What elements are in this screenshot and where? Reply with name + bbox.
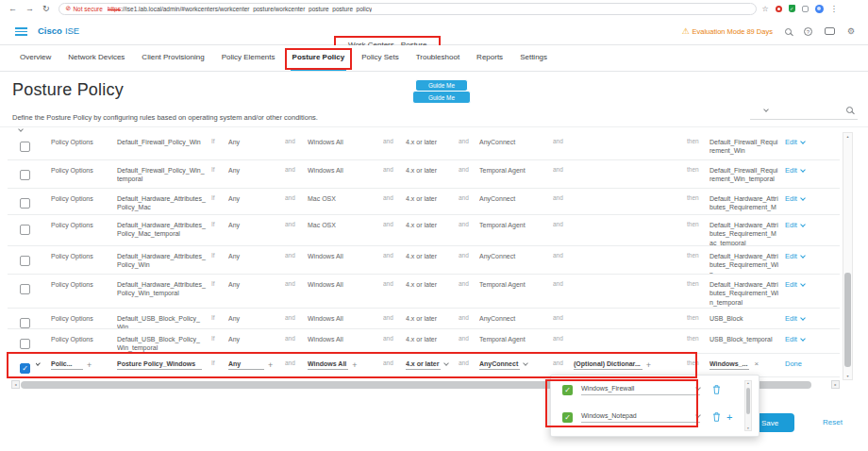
row-rule-name[interactable]: Default_Hardware_Attributes_Policy_Win (117, 246, 211, 274)
row-posture-type[interactable]: AnyConnect (479, 189, 553, 214)
menu-hamburger-icon[interactable] (15, 27, 27, 36)
row-requirement[interactable]: Default_Hardware_Attributes_Requirement_… (709, 189, 785, 214)
row-posture-type[interactable]: Temporal Agent (479, 215, 553, 245)
row-status[interactable]: Policy Options (51, 215, 117, 245)
edit-chevron-icon[interactable] (800, 281, 806, 287)
row-identity-group[interactable]: Any (228, 309, 285, 328)
row-identity-group[interactable]: Any (228, 132, 285, 159)
done-button[interactable]: Done (785, 359, 802, 368)
row-operating-system[interactable]: Mac OSX (308, 215, 383, 245)
posture-chevron-icon[interactable] (523, 360, 528, 366)
collapse-all-chevron-icon[interactable] (18, 126, 24, 132)
row-checkbox[interactable] (20, 256, 30, 266)
tab-posture-policy[interactable]: Posture Policy (284, 45, 354, 71)
row-operating-system[interactable]: Windows All (308, 275, 383, 308)
extension-shield-icon[interactable]: ✓ (789, 5, 795, 12)
row-posture-type[interactable]: AnyConnect (479, 309, 553, 328)
row-checkbox[interactable] (20, 170, 30, 180)
row-identity-group[interactable]: Any (228, 246, 285, 274)
edit-button[interactable]: Edit (785, 194, 797, 203)
row-operating-system[interactable]: Mac OSX (308, 189, 383, 214)
add-status-icon[interactable]: + (87, 360, 92, 370)
brand-logo[interactable]: CiscoISE (38, 25, 79, 36)
scroll-up-icon[interactable]: ▴ (745, 381, 751, 385)
row-rule-name[interactable]: Default_Hardware_Attributes_Policy_Mac_t… (117, 215, 211, 245)
table-vertical-scrollbar[interactable]: ▴ ▾ (843, 132, 853, 380)
row-identity-group[interactable]: Any (228, 329, 285, 353)
row-posture-type[interactable]: Temporal Agent (479, 160, 553, 188)
row-status[interactable]: Policy Options (51, 329, 117, 353)
row-operating-system[interactable]: Windows All (308, 160, 383, 188)
popup-scrollbar[interactable]: ▴ ▾ (744, 380, 752, 431)
popup-scroll-thumb[interactable] (746, 388, 750, 414)
trash-icon[interactable] (712, 385, 721, 394)
requirement-checkbox[interactable]: ✓ (562, 412, 573, 423)
row-checkbox[interactable] (20, 284, 30, 294)
edit-chevron-icon[interactable] (800, 253, 806, 259)
row-requirement[interactable]: USB_Block (709, 309, 785, 328)
browser-menu-icon[interactable]: ⋮ (830, 5, 838, 13)
row-compliance-module[interactable]: 4.x or later (406, 160, 459, 188)
tab-overview[interactable]: Overview (11, 45, 59, 71)
row-rule-name[interactable]: Default_USB_Block_Policy_Win (117, 309, 211, 328)
close-icon[interactable]: × (754, 359, 759, 368)
row-requirement[interactable]: Default_Firewall_Requirement_Win_tempora… (709, 160, 785, 188)
edit-compliance-field[interactable]: 4.x or later (406, 359, 441, 370)
scroll-down-icon[interactable]: ▾ (745, 426, 751, 430)
row-compliance-module[interactable]: 4.x or later (406, 189, 459, 214)
edit-button[interactable]: Edit (785, 252, 797, 260)
edit-button[interactable]: Edit (785, 221, 797, 229)
row-compliance-module[interactable]: 4.x or later (406, 215, 459, 245)
row-status[interactable]: Policy Options (51, 160, 117, 188)
search-icon[interactable] (785, 28, 792, 35)
edit-button[interactable]: Edit (785, 280, 797, 289)
edit-chevron-icon[interactable] (800, 195, 806, 201)
edit-chevron-icon[interactable] (800, 139, 806, 144)
row-checkbox[interactable] (20, 198, 30, 209)
extension-red-icon[interactable] (776, 6, 782, 12)
reset-button[interactable]: Reset (823, 418, 843, 426)
filter-chevron-down-icon[interactable] (763, 107, 769, 112)
row-operating-system[interactable]: Windows All (308, 329, 383, 353)
table-search-icon[interactable] (846, 107, 853, 113)
row-rule-name[interactable]: Default_Hardware_Attributes_Policy_Win_t… (117, 275, 211, 308)
row-rule-name[interactable]: Default_Firewall_Policy_Win_temporal (117, 160, 211, 188)
row-posture-type[interactable]: AnyConnect (479, 132, 553, 159)
edit-posture-type-field[interactable]: AnyConnect (479, 359, 520, 370)
row-identity-group[interactable]: Any (228, 189, 285, 214)
compliance-chevron-icon[interactable] (444, 360, 450, 366)
edit-chevron-icon[interactable] (800, 167, 806, 173)
scroll-right-icon[interactable]: ▸ (831, 380, 840, 389)
row-status[interactable]: Policy Options (51, 246, 117, 274)
row-status[interactable]: Policy Options (51, 275, 117, 308)
row-operating-system[interactable]: Windows All (308, 246, 383, 274)
edit-chevron-icon[interactable] (800, 315, 806, 321)
evaluation-mode-badge[interactable]: ⚠ Evaluation Mode 89 Days (681, 26, 773, 36)
scroll-up-icon[interactable]: ▴ (843, 134, 852, 139)
scroll-left-icon[interactable]: ◂ (11, 380, 20, 389)
row-rule-name[interactable]: Default_Hardware_Attributes_Policy_Mac (117, 189, 211, 214)
requirement-select[interactable]: Windows_Firewall (581, 385, 700, 395)
extensions-icon[interactable] (802, 6, 809, 12)
row-checkbox-checked[interactable]: ✓ (20, 363, 30, 374)
select-chevron-icon[interactable] (695, 412, 701, 418)
edit-rule-name-field[interactable]: Posture Policy_Windows (117, 359, 202, 370)
row-status[interactable]: Policy Options (51, 309, 117, 328)
profile-avatar[interactable] (815, 5, 824, 13)
back-icon[interactable]: ← (8, 0, 17, 17)
row-posture-type[interactable]: AnyConnect (479, 246, 553, 274)
row-compliance-module[interactable]: 4.x or later (406, 309, 459, 328)
bookmark-star-icon[interactable]: ☆ (762, 5, 769, 13)
add-os-icon[interactable]: + (352, 360, 357, 370)
row-checkbox[interactable] (20, 318, 30, 328)
row-requirement[interactable]: Default_Hardware_Attributes_Requirement_… (709, 215, 785, 245)
row-identity-group[interactable]: Any (228, 215, 285, 245)
row-status[interactable]: Policy Options (51, 189, 117, 214)
row-checkbox[interactable] (20, 225, 30, 235)
address-bar[interactable]: ⊘ Not secure https://ise1.lab.local/admi… (58, 3, 757, 15)
requirement-checkbox[interactable]: ✓ (562, 385, 573, 395)
add-condition-icon[interactable]: + (646, 360, 651, 370)
scroll-down-icon[interactable]: ▾ (843, 374, 852, 378)
edit-button[interactable]: Edit (785, 314, 797, 323)
row-rule-name[interactable]: Default_USB_Block_Policy_Win_temporal (117, 329, 211, 353)
